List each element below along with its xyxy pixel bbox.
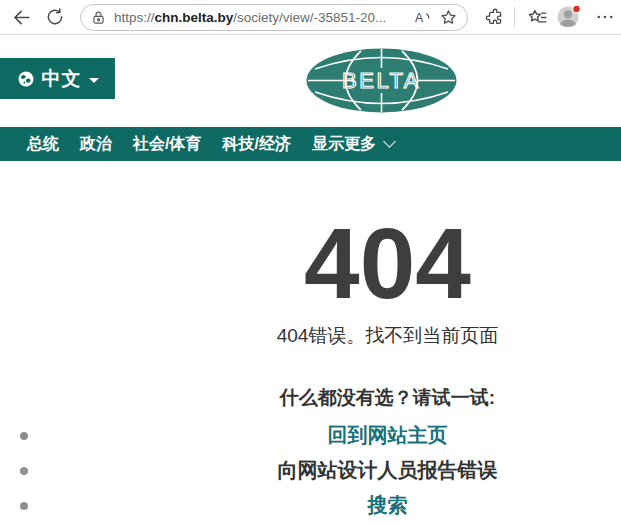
address-bar[interactable]: https://chn.belta.by/society/view/-35851…	[80, 4, 468, 31]
star-icon	[439, 8, 458, 27]
list-item: 向网站设计人员报告错误	[0, 453, 621, 488]
error-page: 404 404错误。找不到当前页面 什么都没有选？请试一试: 回到网站主页 向网…	[0, 213, 621, 523]
read-aloud-icon: A	[413, 8, 432, 27]
caret-down-icon	[89, 78, 99, 83]
language-selector[interactable]: 中文	[0, 58, 115, 99]
suggestion-list: 回到网站主页 向网站设计人员报告错误 搜索	[0, 418, 621, 523]
site-header: 中文 BELTA	[0, 35, 621, 127]
language-label: 中文	[42, 66, 82, 92]
site-logo[interactable]: BELTA	[305, 47, 458, 114]
extensions-button[interactable]	[482, 4, 508, 30]
list-item: 回到网站主页	[0, 418, 621, 453]
nav-show-more-label: 显示更多	[312, 134, 376, 155]
browser-toolbar: https://chn.belta.by/society/view/-35851…	[0, 0, 621, 35]
search-link[interactable]: 搜索	[368, 494, 408, 516]
error-message: 404错误。找不到当前页面	[0, 323, 621, 349]
puzzle-icon	[485, 7, 505, 27]
lock-icon[interactable]	[90, 9, 107, 26]
logo-text: BELTA	[342, 68, 421, 93]
nav-item-society-sport[interactable]: 社会/体育	[133, 134, 201, 155]
notification-dot	[573, 5, 581, 13]
report-error-item[interactable]: 向网站设计人员报告错误	[278, 459, 498, 481]
back-arrow-icon	[11, 7, 32, 28]
svg-text:A: A	[414, 10, 423, 24]
favorite-star-button[interactable]	[435, 4, 461, 30]
back-button[interactable]	[8, 4, 34, 30]
error-code: 404	[0, 213, 621, 313]
read-aloud-button[interactable]: A	[409, 4, 435, 30]
favorites-list-button[interactable]	[524, 4, 550, 30]
nav-item-politics[interactable]: 政治	[80, 134, 112, 155]
nav-item-president[interactable]: 总统	[27, 134, 59, 155]
main-nav: 总统 政治 社会/体育 科技/经济 显示更多	[0, 127, 621, 161]
toolbar-divider	[514, 7, 515, 27]
url-scheme: https://	[114, 10, 155, 25]
url-domain: chn.belta.by	[155, 10, 234, 25]
nav-item-tech-economy[interactable]: 科技/经济	[222, 134, 290, 155]
refresh-button[interactable]	[42, 4, 68, 30]
url-text: https://chn.belta.by/society/view/-35851…	[114, 10, 409, 25]
home-link[interactable]: 回到网站主页	[328, 424, 448, 446]
browser-menu-button[interactable]	[592, 4, 618, 30]
url-path: /society/view/-35851-20...	[233, 10, 386, 25]
avatar	[556, 4, 582, 30]
page-content: 中文 BELTA 总统 政治 社会/体育	[0, 35, 621, 523]
chevron-down-icon	[383, 135, 396, 148]
list-item: 搜索	[0, 488, 621, 523]
refresh-icon	[45, 7, 65, 27]
error-prompt: 什么都没有选？请试一试:	[0, 385, 621, 411]
profile-button[interactable]	[556, 4, 582, 30]
nav-show-more[interactable]: 显示更多	[312, 134, 394, 155]
star-list-icon	[527, 7, 548, 28]
globe-icon	[17, 70, 35, 88]
more-dots-icon	[595, 7, 615, 27]
